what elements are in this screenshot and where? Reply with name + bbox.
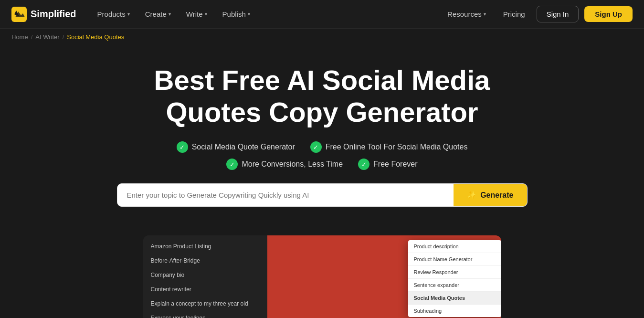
nav-item-resources[interactable]: Resources ▾	[442, 6, 492, 22]
nav-item-write[interactable]: Write ▾	[180, 6, 213, 22]
breadcrumb-ai-writer[interactable]: AI Writer	[35, 33, 59, 41]
search-bar: ✨ Generate	[117, 183, 528, 207]
navbar: Simplified Products ▾ Create ▾ Write ▾ P…	[0, 0, 644, 29]
feature-3: ✓ More Conversions, Less Time	[226, 159, 343, 170]
feature-label-1: Social Media Quote Generator	[192, 143, 295, 151]
breadcrumb: Home / AI Writer / Social Media Quotes	[0, 29, 644, 45]
features-row-1: ✓ Social Media Quote Generator ✓ Free On…	[10, 141, 634, 153]
dropdown-item: Product description	[408, 240, 501, 253]
list-item[interactable]: Content rewriter	[143, 282, 267, 297]
logo[interactable]: Simplified	[11, 7, 76, 22]
breadcrumb-sep-1: /	[31, 33, 33, 41]
list-item[interactable]: Amazon Product Listing	[143, 239, 267, 254]
chevron-down-icon: ▾	[169, 11, 171, 17]
list-item[interactable]: Before-After-Bridge	[143, 254, 267, 268]
chevron-down-icon: ▾	[205, 11, 207, 17]
dropdown-item: Product Name Generator	[408, 253, 501, 266]
check-icon-1: ✓	[177, 141, 188, 153]
list-item[interactable]: Express your feelings	[143, 311, 267, 318]
preview-section: Amazon Product Listing Before-After-Brid…	[0, 235, 644, 318]
check-icon-2: ✓	[310, 141, 322, 153]
check-icon-3: ✓	[226, 159, 238, 170]
dropdown-item: Sentence expander	[408, 279, 501, 292]
feature-label-2: Free Online Tool For Social Media Quotes	[326, 143, 468, 151]
feature-label-3: More Conversions, Less Time	[242, 160, 343, 169]
chevron-down-icon: ▾	[248, 11, 250, 17]
nav-item-products[interactable]: Products ▾	[92, 6, 136, 22]
breadcrumb-home[interactable]: Home	[11, 33, 28, 41]
features-row-2: ✓ More Conversions, Less Time ✓ Free For…	[10, 159, 634, 170]
preview-sidebar: Amazon Product Listing Before-After-Brid…	[143, 235, 267, 318]
hero-section: Best Free AI Social Media Quotes Copy Ge…	[0, 45, 644, 221]
feature-2: ✓ Free Online Tool For Social Media Quot…	[310, 141, 468, 153]
check-icon-4: ✓	[358, 159, 370, 170]
generate-label: Generate	[480, 191, 513, 200]
search-container: ✨ Generate	[107, 183, 537, 207]
nav-item-pricing[interactable]: Pricing	[497, 6, 531, 22]
chevron-down-icon: ▾	[484, 11, 486, 17]
navbar-right: Resources ▾ Pricing Sign In Sign Up	[442, 6, 633, 22]
dropdown-item: Review Responder	[408, 266, 501, 279]
feature-label-4: Free Forever	[373, 160, 417, 169]
preview-dropdown: Product description Product Name Generat…	[408, 240, 501, 317]
navbar-left: Simplified Products ▾ Create ▾ Write ▾ P…	[11, 6, 256, 22]
generate-icon: ✨	[467, 191, 476, 200]
logo-icon	[11, 7, 27, 22]
search-input[interactable]	[117, 184, 454, 206]
feature-4: ✓ Free Forever	[358, 159, 417, 170]
signup-button[interactable]: Sign Up	[584, 6, 633, 22]
preview-main: Write Product description Product Name G…	[267, 235, 501, 318]
nav-links: Products ▾ Create ▾ Write ▾ Publish ▾	[92, 6, 256, 22]
nav-item-create[interactable]: Create ▾	[139, 6, 177, 22]
generate-button[interactable]: ✨ Generate	[454, 184, 527, 206]
chevron-down-icon: ▾	[127, 11, 130, 17]
breadcrumb-sep-2: /	[63, 33, 64, 41]
hero-title: Best Free AI Social Media Quotes Copy Ge…	[107, 64, 537, 128]
feature-1: ✓ Social Media Quote Generator	[177, 141, 295, 153]
dropdown-item-active: Social Media Quotes	[408, 292, 501, 305]
breadcrumb-current: Social Media Quotes	[67, 33, 124, 41]
dropdown-item: Subheading	[408, 305, 501, 317]
logo-text: Simplified	[31, 9, 76, 20]
list-item[interactable]: Explain a concept to my three year old	[143, 297, 267, 311]
list-item[interactable]: Company bio	[143, 268, 267, 282]
nav-item-publish[interactable]: Publish ▾	[217, 6, 256, 22]
signin-button[interactable]: Sign In	[537, 6, 579, 22]
preview-window: Amazon Product Listing Before-After-Brid…	[143, 235, 501, 318]
